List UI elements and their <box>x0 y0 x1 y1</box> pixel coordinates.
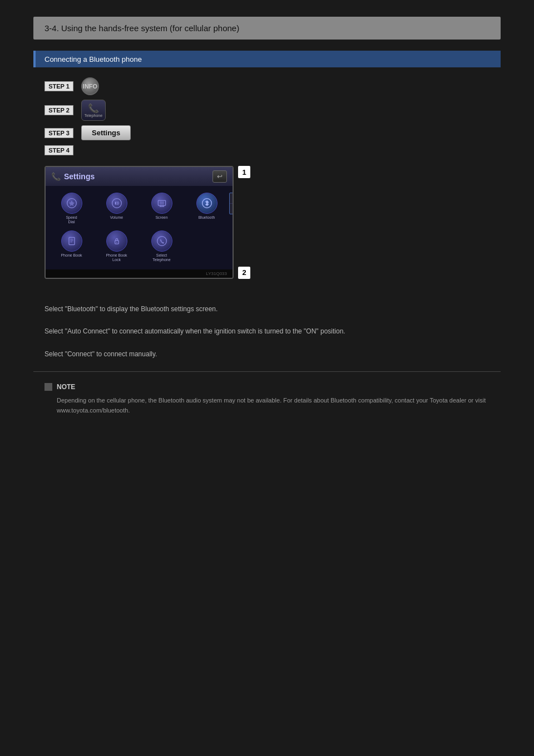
speed-dial-icon-item[interactable]: SpeedDial <box>51 193 92 225</box>
volume-icon-item[interactable]: Volume <box>96 193 137 225</box>
phone-book-label: Phone Book <box>61 253 82 258</box>
step-1-row: STEP 1 INFO <box>44 77 490 95</box>
screen-title-text: Settings <box>64 172 95 181</box>
connect-item[interactable]: 2 Connect <box>230 204 234 214</box>
step-3-badge: STEP 3 <box>44 128 73 138</box>
phone-book-icon-item[interactable]: Phone Book <box>51 230 92 263</box>
header-bar: 3-4. Using the hands-free system (for ce… <box>33 17 501 40</box>
screen-icon <box>151 193 172 214</box>
note-header: NOTE <box>44 383 490 391</box>
page-title: 3-4. Using the hands-free system (for ce… <box>44 23 490 33</box>
note-body: Depending on the cellular phone, the Blu… <box>57 395 490 416</box>
screen-title-row: 📞 Settings <box>51 172 95 181</box>
footer-code: LY31Q033 <box>206 271 227 276</box>
step-4-row: STEP 4 <box>44 145 490 156</box>
back-button[interactable]: ↩ <box>212 170 227 183</box>
select-telephone-icon-item[interactable]: SelectTelephone <box>141 230 182 263</box>
section-title: Connecting a Bluetooth phone <box>44 55 142 63</box>
svg-rect-8 <box>69 237 75 244</box>
back-arrow-icon: ↩ <box>217 173 222 180</box>
content-paragraph-2: Select "Auto Connect" to connect automat… <box>44 326 490 337</box>
volume-label: Volume <box>110 215 123 220</box>
step-4-placeholder <box>81 145 99 156</box>
step-1-badge: STEP 1 <box>44 81 73 91</box>
steps-area: STEP 1 INFO STEP 2 📞 Telephone STEP 3 Se… <box>44 77 490 156</box>
phone-symbol: 📞 <box>88 103 99 114</box>
speed-dial-icon <box>61 193 82 214</box>
screen-header: 📞 Settings ↩ <box>46 167 233 186</box>
step-3-row: STEP 3 Settings <box>44 125 490 140</box>
auto-connect-num: 1 <box>233 195 234 202</box>
bluetooth-icon-item[interactable]: Bluetooth 1 Auto Connect 2 Connect <box>186 193 227 225</box>
svg-rect-3 <box>159 202 164 205</box>
phone-book-lock-label: Phone BookLock <box>106 253 127 263</box>
screen-footer: LY31Q033 <box>46 269 233 278</box>
speed-dial-label: SpeedDial <box>66 215 77 225</box>
volume-icon <box>106 193 127 214</box>
select-telephone-icon <box>151 230 172 252</box>
select-telephone-label: SelectTelephone <box>152 253 170 263</box>
bluetooth-label: Bluetooth <box>199 215 215 220</box>
screen-mockup: 📞 Settings ↩ <box>44 166 234 279</box>
screen-phone-icon: 📞 <box>51 172 61 181</box>
info-button-icon[interactable]: INFO <box>81 77 99 95</box>
bluetooth-icon <box>196 193 217 214</box>
page-background: 3-4. Using the hands-free system (for ce… <box>0 17 534 756</box>
telephone-icon[interactable]: 📞 Telephone <box>81 100 106 121</box>
screen-relative-wrap: 1 📞 Settings ↩ <box>44 166 234 279</box>
note-title: NOTE <box>57 383 75 391</box>
svg-point-1 <box>112 199 121 208</box>
content-paragraph-3: Select "Connect" to connect manually. <box>44 348 490 360</box>
phone-book-lock-icon-item[interactable]: Phone BookLock <box>96 230 137 263</box>
auto-connect-item[interactable]: 1 Auto Connect <box>230 193 234 204</box>
content-paragraph-1: Select "Bluetooth" to display the Blueto… <box>44 303 490 315</box>
divider-line <box>33 371 501 372</box>
icons-grid-bottom: Phone Book Phone BookLock <box>51 230 227 263</box>
connect-num: 2 <box>233 205 234 212</box>
callout-1: 1 <box>238 166 250 178</box>
phone-book-lock-icon <box>106 230 127 252</box>
screen-container: 1 📞 Settings ↩ <box>44 166 490 281</box>
screen-icon-item[interactable]: Screen <box>141 193 182 225</box>
step-2-row: STEP 2 📞 Telephone <box>44 100 490 121</box>
screen-body: SpeedDial <box>46 186 233 269</box>
svg-point-14 <box>157 236 166 246</box>
note-section: NOTE Depending on the cellular phone, th… <box>44 383 490 416</box>
note-square-icon <box>44 383 52 391</box>
content-area: Select "Bluetooth" to display the Blueto… <box>44 303 490 360</box>
svg-point-13 <box>116 242 117 243</box>
telephone-label: Telephone <box>85 114 102 117</box>
callout-2: 2 <box>238 267 250 279</box>
bluetooth-popup-menu: 1 Auto Connect 2 Connect <box>229 193 234 214</box>
screen-label: Screen <box>155 215 167 220</box>
phone-book-icon <box>61 230 82 252</box>
icons-grid-top: SpeedDial <box>51 193 227 225</box>
settings-button[interactable]: Settings <box>81 125 131 140</box>
step-4-badge: STEP 4 <box>44 145 73 155</box>
step-2-badge: STEP 2 <box>44 105 73 115</box>
section-bar: Connecting a Bluetooth phone <box>33 51 501 67</box>
empty-icon-item <box>186 230 227 263</box>
